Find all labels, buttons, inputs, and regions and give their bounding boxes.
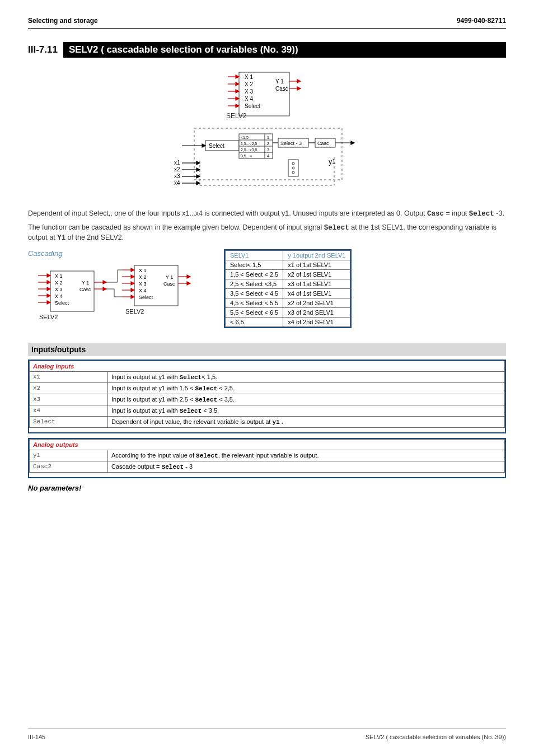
- svg-text:3: 3: [267, 148, 269, 152]
- svg-text:X 4: X 4: [55, 293, 63, 299]
- paragraph-1: Dependent of input Select,, one of the f…: [28, 209, 506, 220]
- svg-marker-87: [47, 274, 50, 277]
- svg-text:Select: Select: [209, 143, 224, 149]
- svg-text:Y 1: Y 1: [275, 78, 284, 85]
- section-title: SELV2 ( cascadable selection of variable…: [63, 42, 506, 58]
- svg-text:Y 1: Y 1: [166, 274, 173, 280]
- svg-text:<1,5: <1,5: [241, 136, 249, 139]
- svg-marker-103: [187, 282, 190, 285]
- cascading-diagram-wrap: Cascading SELV2 X 1 X 2 X 3 X 4 Select Y…: [28, 249, 207, 330]
- svg-text:X 3: X 3: [55, 287, 63, 292]
- svg-text:X 4: X 4: [139, 288, 147, 293]
- cascading-label: Cascading: [28, 249, 207, 258]
- svg-text:X 3: X 3: [139, 281, 147, 287]
- page-footer: III-145 SELV2 ( cascadable selection of …: [28, 734, 506, 740]
- section-number: III-7.11: [28, 42, 63, 58]
- table-row: 5,5 < Select < 6,5x3 of 2nd SELV1: [226, 307, 350, 317]
- svg-text:X 2: X 2: [245, 81, 253, 87]
- svg-text:Casc: Casc: [79, 287, 91, 292]
- svg-text:X 3: X 3: [245, 88, 253, 95]
- footer-rule: [28, 729, 506, 729]
- analog-outputs-title: Analog outputs: [30, 439, 505, 450]
- footer-right: SELV2 ( cascadable selection of variable…: [366, 734, 506, 740]
- svg-text:x2: x2: [174, 166, 180, 172]
- paragraph-2: The function can be cascaded as shown in…: [28, 223, 506, 244]
- svg-text:Select: Select: [55, 300, 69, 306]
- diagram-svg: SELV2 X 1 X 2 X 3 X 4 Select Y 1 Casc Se…: [166, 68, 368, 197]
- selv-th-1: y 1output 2nd SELV1: [283, 250, 350, 260]
- svg-marker-55: [196, 181, 200, 185]
- svg-marker-53: [196, 175, 200, 178]
- svg-text:Casc: Casc: [275, 86, 288, 92]
- svg-text:X 1: X 1: [139, 268, 147, 273]
- svg-marker-113: [131, 295, 134, 298]
- svg-marker-19: [297, 80, 301, 83]
- svg-text:1,5...<2,5: 1,5...<2,5: [241, 142, 257, 146]
- section-header: III-7.11 SELV2 ( cascadable selection of…: [28, 42, 506, 58]
- svg-marker-91: [47, 287, 50, 291]
- footer-left: III-145: [28, 734, 45, 740]
- svg-marker-47: [351, 141, 354, 144]
- svg-text:2,5...<3,5: 2,5...<3,5: [241, 148, 257, 152]
- svg-marker-21: [297, 87, 301, 90]
- cascading-diagram: SELV2 X 1 X 2 X 3 X 4 Select Y 1 Casc SE…: [28, 261, 207, 328]
- svg-text:Select: Select: [245, 103, 260, 109]
- analog-inputs-table: Analog inputs x1Input is output at y1 wi…: [29, 361, 505, 428]
- svg-text:3,5...∞: 3,5...∞: [241, 154, 252, 158]
- block-label: SELV2: [226, 112, 247, 120]
- svg-marker-111: [131, 288, 134, 292]
- table-row: 2,5 < Select <3,5x3 of 1st SELV1: [226, 279, 350, 288]
- table-row: Casc2Cascade output = Select - 3: [30, 461, 505, 472]
- svg-marker-17: [236, 104, 239, 108]
- table-row: 1,5 < Select < 2,5x2 of 1st SELV1: [226, 269, 350, 279]
- table-row: SelectDependent of input value, the rele…: [30, 416, 505, 427]
- analog-outputs-table: Analog outputs y1According to the input …: [29, 439, 505, 473]
- svg-marker-43: [202, 144, 205, 147]
- table-row: x4Input is output at y1 with Select < 3,…: [30, 405, 505, 416]
- svg-marker-49: [196, 161, 200, 165]
- svg-marker-109: [131, 282, 134, 285]
- svg-marker-51: [196, 168, 200, 171]
- svg-text:2: 2: [267, 142, 269, 146]
- svg-marker-9: [236, 75, 239, 78]
- svg-text:X 2: X 2: [139, 274, 147, 280]
- svg-marker-15: [236, 97, 239, 100]
- svg-marker-95: [47, 301, 50, 304]
- svg-marker-99: [103, 287, 106, 291]
- header-right: 9499-040-82711: [457, 17, 506, 25]
- table-row: 3,5 < Select < 4,5x4 of 1st SELV1: [226, 288, 350, 298]
- svg-text:x1: x1: [174, 160, 180, 166]
- svg-text:1: 1: [267, 136, 269, 139]
- svg-marker-107: [131, 275, 134, 278]
- svg-text:4: 4: [267, 154, 269, 158]
- cascading-section: Cascading SELV2 X 1 X 2 X 3 X 4 Select Y…: [28, 249, 506, 330]
- svg-text:Select - 3: Select - 3: [280, 141, 302, 146]
- svg-text:Casc: Casc: [317, 141, 329, 146]
- table-row: 4,5 < Select < 5,5x2 of 2nd SELV1: [226, 298, 350, 307]
- header-rule: [28, 28, 506, 29]
- svg-marker-105: [131, 268, 134, 272]
- svg-marker-11: [236, 82, 239, 86]
- svg-text:x3: x3: [174, 173, 180, 179]
- header-left: Selecting and storage: [28, 17, 98, 25]
- svg-marker-97: [103, 281, 106, 284]
- svg-text:SELV2: SELV2: [39, 314, 58, 320]
- analog-inputs-wrap: Analog inputs x1Input is output at y1 wi…: [28, 360, 506, 433]
- table-row: x3Input is output at y1 with 2,5 < Selec…: [30, 394, 505, 405]
- svg-text:SELV2: SELV2: [125, 308, 144, 315]
- svg-marker-89: [47, 281, 50, 284]
- svg-marker-13: [236, 90, 239, 93]
- table-row: y1According to the input value of Select…: [30, 450, 505, 461]
- svg-marker-93: [47, 294, 50, 297]
- svg-text:X 2: X 2: [55, 280, 63, 286]
- table-row: x2Input is output at y1 with 1,5 < Selec…: [30, 382, 505, 394]
- selv-table-wrap: SELV1y 1output 2nd SELV1 Select< 1,5x1 o…: [224, 249, 352, 328]
- svg-text:x4: x4: [174, 180, 180, 186]
- svg-text:X 1: X 1: [55, 273, 63, 279]
- svg-text:Y 1: Y 1: [82, 280, 89, 286]
- no-parameters: No parameters!: [28, 484, 506, 492]
- page-header: Selecting and storage 9499-040-82711: [28, 17, 506, 25]
- analog-inputs-title: Analog inputs: [30, 361, 505, 371]
- svg-marker-101: [187, 275, 190, 278]
- analog-outputs-wrap: Analog outputs y1According to the input …: [28, 438, 506, 478]
